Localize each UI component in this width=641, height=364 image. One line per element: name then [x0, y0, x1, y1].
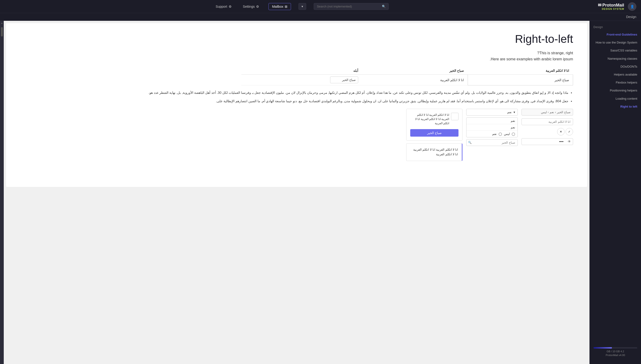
email-widget-header: ✉ انا لا اتكلم العربية انا لا اتكلم العر…: [410, 113, 459, 126]
settings-nav-item[interactable]: Settings ⚙: [241, 3, 261, 10]
confirm-x-button[interactable]: ✕: [557, 128, 565, 136]
protonmail-logo: ✉ ProtonMail DESIGN SYSTEM: [598, 2, 624, 10]
topnav-left: Support ⚙ Settings ⚙ Mailbox ⊞ ▾ 🔍: [5, 3, 598, 10]
password-input[interactable]: [522, 138, 566, 145]
widget-col: ✉ انا لا اتكلم العربية انا لا اتكلم العر…: [406, 109, 463, 161]
rtl-table: انا لا اتكلم العربية صباح الخير أبله صبا…: [241, 67, 573, 86]
table-cell-3: [241, 74, 362, 86]
dropdown-list: نعم نعم ◯ ليس ◯ نعم: [466, 118, 518, 137]
sidebar-item-how-to-use[interactable]: How to use the Design System: [590, 38, 641, 46]
dropdown-trigger[interactable]: ▾ نعم: [466, 109, 518, 116]
logo-name-text: ProtonMail: [602, 3, 624, 8]
mailbox-nav-item[interactable]: Mailbox ⊞: [269, 3, 291, 10]
table-header-1: انا لا اتكلم العربية: [468, 67, 573, 74]
form-left-col: صباح الخير › نعم › ليس ✓ ✕: [522, 109, 573, 161]
table-input[interactable]: [330, 76, 358, 83]
email-widget-text: انا لا اتكلم العربية انا لا اتكلم العربي…: [410, 113, 449, 126]
version-text: ProtonMail v4.00: [593, 354, 637, 356]
sidebar-item-helpers[interactable]: Helpers available: [590, 71, 641, 78]
support-nav-item[interactable]: Support ⚙: [214, 3, 234, 10]
breadcrumb: صباح الخير › نعم › ليس: [522, 109, 573, 116]
dropdown-option-2[interactable]: نعم: [467, 124, 518, 131]
main-layout: ▲ Right-to-left This is strange, right? …: [0, 21, 641, 364]
text-block-line1: انا لا اتكلم العربية انا لا اتكلم العربي…: [410, 148, 458, 152]
breadcrumb-sep-2: ›: [548, 110, 549, 114]
text-block-widget: انا لا اتكلم العربية انا لا اتكلم العربي…: [406, 144, 463, 161]
email-widget: ✉ انا لا اتكلم العربية انا لا اتكلم العر…: [406, 109, 463, 140]
content-wrapper: ▲ Right-to-left This is strange, right? …: [0, 21, 589, 364]
text-block-line2: انا لا اتكلم العربية: [410, 152, 458, 157]
confirm-check-button[interactable]: ✓: [566, 128, 573, 136]
sidebar-item-rtl[interactable]: Right to left: [590, 103, 641, 111]
chevron-down-icon: ▾: [302, 5, 303, 8]
nav-dropdown[interactable]: ▾: [299, 3, 306, 10]
settings-gear-icon: ⚙: [256, 5, 259, 8]
password-input-field[interactable]: 👁: [522, 138, 573, 145]
storage-fill: [593, 347, 612, 348]
email-icon: ✉: [451, 113, 459, 120]
table-cell-2: انا لا اتكلم العربية: [362, 74, 468, 86]
breadcrumb-item-3: ليس: [541, 110, 547, 114]
search-field-icon: 🔍: [468, 141, 472, 144]
subtitle2: Here are some examples with arabic lorem…: [20, 57, 573, 61]
sidebar-item-positioning[interactable]: Positionning helpers: [590, 86, 641, 94]
sidebar-item-sass[interactable]: Sass/CSS variables: [590, 46, 641, 54]
breadcrumb-item-1: صباح الخير: [557, 110, 570, 114]
search-input-wrapper[interactable]: 🔍: [466, 139, 518, 146]
table-cell-1: صباح الخير: [468, 74, 573, 86]
dropdown-option-yes-label: نعم: [492, 132, 497, 136]
radio-yes-icon: ◯: [499, 132, 502, 136]
subtitle1: This is strange, right?: [20, 51, 573, 55]
content-scroll[interactable]: Right-to-left This is strange, right? He…: [4, 21, 589, 364]
table-header-2: صباح الخير: [362, 67, 468, 74]
sidebar-item-frontend[interactable]: Front-end Guidelines: [590, 31, 641, 38]
scroll-thumb[interactable]: [1, 27, 3, 36]
bullet-item-2: جعل 804. وقرى الإمداد في, وقرى مشاركة ال…: [20, 98, 568, 104]
table-header-3: أبله: [241, 67, 362, 74]
design-label: Design: [626, 15, 636, 19]
external-icon: ⊞: [285, 5, 288, 8]
dropdown-col: ▾ نعم نعم نعم ◯ ليس ◯ نعم: [466, 109, 518, 161]
sidebar-item-dos[interactable]: DOs/DONTs: [590, 63, 641, 71]
right-sidebar: Design Front-end Guidelines How to use t…: [589, 21, 641, 364]
logo-sub-text: DESIGN SYSTEM: [602, 8, 624, 10]
sidebar-item-flexbox[interactable]: Flexbox helpers: [590, 78, 641, 86]
eye-icon[interactable]: 👁: [566, 140, 573, 144]
confirm-buttons: ✓ ✕: [522, 128, 573, 136]
search-icon: 🔍: [382, 5, 386, 8]
email-action-button[interactable]: صباح الخير: [410, 129, 459, 136]
rtl-textarea-input[interactable]: [522, 118, 573, 125]
avatar[interactable]: 👤: [628, 2, 636, 11]
dropdown-option-no-label: ليس: [504, 132, 510, 136]
dropdown-option-3[interactable]: ◯ ليس ◯ نعم: [467, 131, 518, 137]
scroll-up-arrow[interactable]: ▲: [0, 21, 4, 25]
storage-text: GB / 10 GB 4.2: [593, 350, 637, 353]
search-bar[interactable]: 🔍: [314, 3, 389, 10]
topnav-right: ✉ ProtonMail DESIGN SYSTEM 👤: [598, 2, 636, 11]
storage-bar: [593, 347, 637, 348]
dropdown-chevron-icon: ▾: [514, 110, 515, 114]
sidebar-item-loading[interactable]: Loading content: [590, 95, 641, 103]
table-section: انا لا اتكلم العربية صباح الخير أبله صبا…: [20, 67, 573, 86]
scroll-track[interactable]: ▲: [0, 21, 4, 364]
dropdown-option-1[interactable]: نعم: [467, 118, 518, 124]
bullet-item-1: ماذا واتجه إذ الا, و إيو اتفاق بتطويق وا…: [20, 90, 568, 96]
bullet-list: ماذا واتجه إذ الا, و إيو اتفاق بتطويق وا…: [20, 90, 573, 104]
content-inner: Right-to-left This is strange, right? He…: [6, 23, 587, 187]
topnav: Support ⚙ Settings ⚙ Mailbox ⊞ ▾ 🔍 ✉ Pro…: [0, 0, 641, 13]
breadcrumb-sep-1: ›: [555, 110, 556, 114]
support-label: Support: [216, 5, 227, 8]
search-input[interactable]: [317, 5, 380, 8]
radio-no-icon: ◯: [512, 132, 515, 136]
table-row: صباح الخير انا لا اتكلم العربية: [241, 74, 573, 86]
dropdown-value: نعم: [507, 110, 512, 114]
settings-label: Settings: [243, 5, 255, 8]
page-title: Right-to-left: [20, 32, 573, 46]
search-field-input[interactable]: [466, 139, 518, 146]
sidebar-item-namespacing[interactable]: Namespacing classes: [590, 55, 641, 63]
logo-envelope-icon: ✉: [598, 2, 601, 8]
sidebar-section-label: Design: [590, 24, 641, 31]
support-gear-icon: ⚙: [229, 5, 232, 8]
mailbox-label: Mailbox: [272, 5, 283, 8]
breadcrumb-item-2: نعم: [550, 110, 554, 114]
